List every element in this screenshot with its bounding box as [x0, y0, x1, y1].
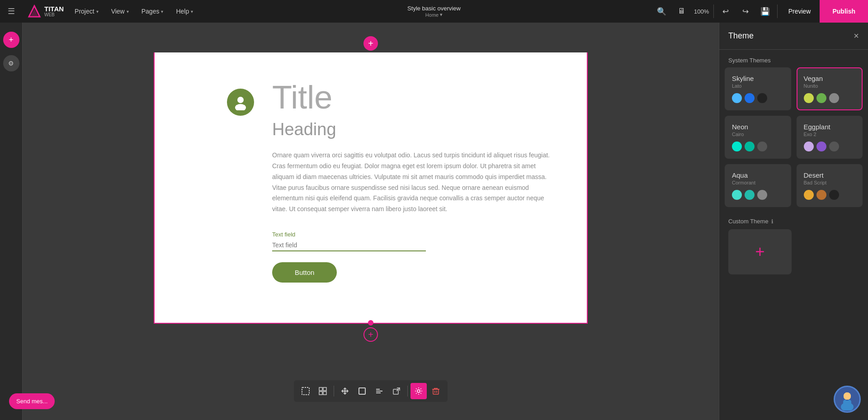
zoom-button[interactable]: 100% [692, 0, 712, 23]
add-custom-theme-button[interactable]: + [728, 229, 792, 274]
canvas-wrapper: + Title Heading Or [23, 23, 719, 355]
theme-aqua-name: Aqua [732, 171, 784, 179]
color-swatch [745, 93, 755, 103]
custom-theme-label: Custom Theme ℹ [725, 218, 863, 229]
add-section-bottom-button[interactable]: + [363, 327, 378, 342]
nav-center-info: Style basic overview Home ▾ [407, 5, 461, 18]
color-swatch [816, 142, 826, 151]
logo-text: TITAN [44, 5, 64, 12]
settings-sidebar-button[interactable]: ⚙ [3, 55, 19, 71]
color-swatch [745, 190, 755, 200]
container-button[interactable] [354, 383, 370, 399]
search-button[interactable]: 🔍 [652, 0, 672, 23]
save-button[interactable]: 💾 [755, 0, 775, 23]
grid-button[interactable] [315, 383, 331, 399]
toolbar-sep1 [334, 386, 334, 396]
theme-skyline[interactable]: Skyline Lato [725, 67, 791, 110]
color-swatch [745, 142, 755, 151]
theme-eggplant-font: Exo 2 [804, 132, 856, 137]
external-link-button[interactable] [388, 383, 405, 399]
nav-project[interactable]: Project ▾ [68, 0, 105, 23]
color-swatch [757, 142, 767, 151]
svg-point-2 [237, 97, 244, 103]
chevron-down-icon: ▾ [96, 9, 99, 14]
chevron-down-icon: ▾ [161, 9, 163, 14]
grid-icon [319, 387, 327, 395]
theme-panel-title: Theme [728, 31, 754, 41]
element-toolbar [294, 380, 448, 402]
color-swatch [816, 93, 826, 103]
theme-skyline-colors [732, 93, 784, 103]
chevron-down-icon: ▾ [191, 9, 193, 14]
svg-point-15 [417, 390, 420, 392]
help-avatar[interactable] [834, 386, 861, 413]
system-themes-grid: Skyline Lato Vegan Nunito [719, 67, 868, 212]
page-content: Title Heading Ornare quam viverra orci s… [155, 52, 587, 310]
theme-neon[interactable]: Neon Cairo [725, 116, 791, 159]
svg-rect-6 [323, 387, 326, 391]
add-element-button[interactable]: + [3, 32, 19, 48]
canvas-page: Title Heading Ornare quam viverra orci s… [154, 52, 588, 324]
chat-button[interactable]: Send mes... [9, 393, 55, 409]
theme-eggplant[interactable]: Eggplant Exo 2 [797, 116, 863, 159]
publish-button[interactable]: Publish [820, 0, 868, 23]
svg-rect-4 [302, 387, 309, 395]
page-title-text: Title [272, 80, 551, 115]
person-icon [232, 94, 249, 110]
nav-divider2 [777, 5, 778, 18]
align-icon [375, 387, 383, 395]
align-button[interactable] [371, 383, 387, 399]
nav-view[interactable]: View ▾ [105, 0, 135, 23]
color-swatch [732, 93, 742, 103]
container-icon [358, 387, 366, 395]
chevron-down-icon: ▾ [440, 12, 443, 18]
settings-button[interactable] [410, 383, 427, 399]
device-preview-button[interactable]: 🖥 [672, 0, 692, 23]
svg-rect-16 [433, 389, 439, 394]
svg-rect-8 [323, 392, 326, 395]
preview-button[interactable]: Preview [779, 0, 820, 23]
theme-aqua-colors [732, 190, 784, 200]
nav-menu: Project ▾ View ▾ Pages ▾ Help ▾ [68, 0, 199, 23]
resize-handle[interactable] [368, 320, 373, 326]
page-heading-text: Heading [272, 120, 551, 139]
undo-button[interactable]: ↩ [716, 0, 736, 23]
page-button[interactable]: Button [272, 262, 337, 283]
theme-eggplant-colors [804, 142, 856, 151]
color-swatch [757, 190, 767, 200]
svg-point-28 [843, 400, 847, 405]
add-section-top-button[interactable]: + [363, 36, 378, 51]
delete-icon [432, 387, 440, 395]
color-swatch [757, 93, 767, 103]
theme-close-button[interactable]: × [854, 31, 859, 41]
theme-skyline-name: Skyline [732, 75, 784, 82]
hamburger-menu[interactable]: ☰ [0, 0, 23, 23]
chevron-down-icon: ▾ [127, 9, 129, 14]
text-field-input[interactable] [272, 240, 426, 251]
avatar [227, 89, 254, 116]
theme-neon-font: Cairo [732, 132, 784, 137]
theme-aqua[interactable]: Aqua Cormorant [725, 164, 791, 207]
nav-help[interactable]: Help ▾ [170, 0, 199, 23]
page-title-nav: Style basic overview [407, 5, 461, 12]
theme-desert-font: Bad Script [804, 180, 856, 185]
theme-skyline-font: Lato [732, 83, 784, 89]
color-swatch [829, 93, 839, 103]
theme-vegan-colors [804, 93, 856, 103]
info-icon: ℹ [771, 218, 774, 225]
theme-desert[interactable]: Desert Bad Script [797, 164, 863, 207]
top-navigation: ☰ TITAN WEB Project ▾ View ▾ Pages ▾ Hel… [0, 0, 868, 23]
nav-divider [713, 5, 714, 18]
settings-icon [415, 387, 423, 395]
svg-rect-5 [319, 387, 322, 391]
theme-vegan-name: Vegan [804, 75, 856, 82]
dashed-border-button[interactable] [297, 383, 314, 399]
color-swatch [732, 190, 742, 200]
system-themes-label: System Themes [719, 50, 868, 67]
theme-vegan[interactable]: Vegan Nunito [797, 67, 863, 110]
nav-pages[interactable]: Pages ▾ [135, 0, 170, 23]
redo-button[interactable]: ↪ [736, 0, 755, 23]
move-button[interactable] [337, 383, 353, 399]
delete-button[interactable] [428, 383, 444, 399]
color-swatch [816, 190, 826, 200]
